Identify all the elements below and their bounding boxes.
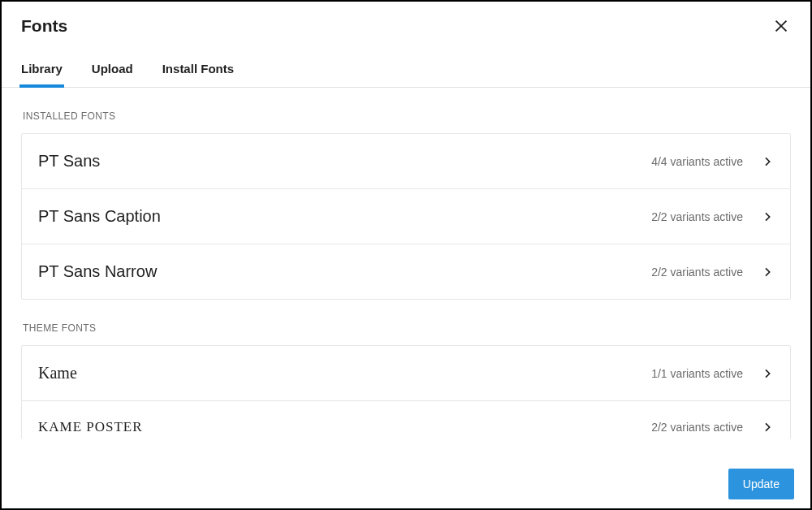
- tab-bar: Library Upload Install Fonts: [2, 44, 810, 88]
- font-row[interactable]: PT Sans Caption 2/2 variants active: [22, 189, 790, 244]
- close-button[interactable]: [771, 16, 791, 36]
- chevron-right-icon: [761, 266, 774, 279]
- tab-install-fonts[interactable]: Install Fonts: [162, 62, 234, 87]
- theme-fonts-label: THEME FONTS: [23, 322, 791, 334]
- tab-upload[interactable]: Upload: [92, 62, 133, 87]
- chevron-right-icon: [761, 210, 774, 223]
- font-row[interactable]: Kame 1/1 variants active: [22, 346, 790, 401]
- font-row-right: 2/2 variants active: [651, 210, 774, 223]
- font-name: Kame: [38, 364, 77, 382]
- chevron-right-icon: [761, 421, 774, 434]
- variants-text: 2/2 variants active: [651, 266, 743, 279]
- variants-text: 1/1 variants active: [651, 367, 743, 380]
- font-row-right: 4/4 variants active: [651, 155, 774, 168]
- font-row-right: 1/1 variants active: [651, 367, 774, 380]
- font-row[interactable]: PT Sans Narrow 2/2 variants active: [22, 244, 790, 299]
- content-area: INSTALLED FONTS PT Sans 4/4 variants act…: [2, 88, 810, 439]
- modal-footer: Update: [2, 460, 810, 508]
- tab-library[interactable]: Library: [21, 62, 63, 87]
- modal-header: Fonts: [2, 2, 810, 44]
- variants-text: 2/2 variants active: [651, 210, 743, 223]
- font-row-right: 2/2 variants active: [651, 266, 774, 279]
- installed-fonts-label: INSTALLED FONTS: [23, 110, 791, 122]
- variants-text: 2/2 variants active: [651, 421, 743, 434]
- close-icon: [772, 17, 790, 35]
- theme-fonts-list: Kame 1/1 variants active KAME POSTER 2/2…: [21, 345, 791, 439]
- font-name: PT Sans: [38, 152, 100, 171]
- variants-text: 4/4 variants active: [651, 155, 743, 168]
- font-row[interactable]: KAME POSTER 2/2 variants active: [22, 401, 790, 439]
- modal-title: Fonts: [21, 16, 67, 36]
- font-name: PT Sans Narrow: [38, 262, 157, 281]
- chevron-right-icon: [761, 367, 774, 380]
- font-row[interactable]: PT Sans 4/4 variants active: [22, 134, 790, 189]
- chevron-right-icon: [761, 155, 774, 168]
- font-name: PT Sans Caption: [38, 207, 161, 226]
- installed-fonts-list: PT Sans 4/4 variants active PT Sans Capt…: [21, 133, 791, 300]
- update-button[interactable]: Update: [728, 469, 794, 499]
- font-row-right: 2/2 variants active: [651, 421, 774, 434]
- font-name: KAME POSTER: [38, 419, 143, 435]
